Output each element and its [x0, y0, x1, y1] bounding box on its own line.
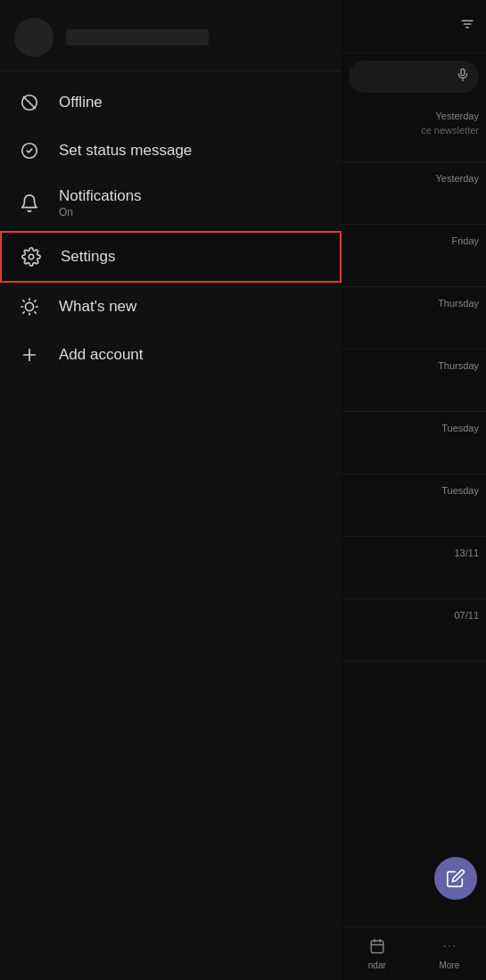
offline-label: Offline: [59, 94, 103, 111]
chat-date: Friday: [451, 235, 479, 246]
mic-icon[interactable]: [456, 68, 470, 86]
svg-line-23: [23, 312, 24, 313]
offline-icon: [18, 91, 41, 114]
svg-line-19: [23, 301, 24, 301]
svg-line-24: [35, 301, 36, 301]
svg-point-9: [444, 945, 446, 947]
chat-list: Yesterday ce newsletter Yesterday Friday…: [342, 100, 486, 980]
chat-date: Tuesday: [441, 423, 479, 433]
svg-point-16: [25, 302, 33, 310]
list-item[interactable]: 07/11: [342, 599, 486, 662]
list-item[interactable]: Thursday: [342, 350, 486, 412]
list-item[interactable]: 13/11: [342, 537, 486, 599]
svg-point-11: [453, 945, 455, 947]
list-item[interactable]: Yesterday: [342, 162, 486, 225]
settings-label: Settings: [61, 248, 115, 266]
chat-preview: ce newsletter: [421, 125, 479, 136]
filter-icon[interactable]: [459, 16, 475, 37]
menu-item-whats-new[interactable]: What's new: [0, 283, 342, 331]
more-icon: [441, 938, 457, 958]
list-item[interactable]: Tuesday: [342, 412, 486, 474]
bottom-nav: ndar More: [342, 926, 486, 980]
nav-label-more: More: [439, 960, 459, 970]
add-account-label: Add account: [59, 346, 144, 364]
chat-date: Thursday: [438, 298, 479, 309]
list-item[interactable]: Tuesday: [342, 474, 486, 537]
drawer-header: [0, 0, 342, 71]
chat-list-panel: Yesterday ce newsletter Yesterday Friday…: [342, 0, 486, 980]
nav-item-calendar[interactable]: ndar: [368, 938, 386, 970]
chat-date: 07/11: [454, 610, 479, 621]
search-bar[interactable]: [349, 61, 479, 93]
whats-new-label: What's new: [59, 298, 136, 316]
notifications-label: Notifications: [59, 187, 142, 205]
plus-icon: [18, 343, 41, 366]
svg-rect-3: [461, 69, 465, 75]
menu-item-notifications[interactable]: Notifications On: [0, 175, 342, 231]
chat-date: Thursday: [438, 360, 479, 371]
notifications-sublabel: On: [59, 206, 142, 218]
svg-rect-5: [371, 941, 383, 953]
list-item[interactable]: Friday: [342, 225, 486, 287]
svg-point-10: [449, 945, 450, 947]
menu-items: Offline Set status message: [0, 71, 342, 386]
svg-point-15: [29, 254, 34, 259]
gear-icon: [20, 245, 43, 268]
chat-date: Tuesday: [441, 485, 479, 496]
status-icon: [18, 139, 41, 162]
menu-item-settings[interactable]: Settings: [0, 231, 342, 283]
left-drawer: Offline Set status message: [0, 0, 342, 980]
user-name: [66, 29, 209, 45]
menu-item-add-account[interactable]: Add account: [0, 331, 342, 379]
svg-line-20: [35, 312, 36, 313]
nav-label-calendar: ndar: [368, 960, 386, 970]
chat-date: 13/11: [454, 548, 479, 558]
bulb-icon: [18, 295, 41, 318]
avatar: [14, 18, 54, 57]
chat-date: Yesterday: [435, 173, 479, 184]
svg-line-13: [24, 97, 36, 109]
nav-item-more[interactable]: More: [439, 938, 459, 970]
menu-item-set-status[interactable]: Set status message: [0, 127, 342, 175]
compose-button[interactable]: [434, 857, 477, 900]
chat-date: Yesterday: [435, 111, 479, 121]
right-panel-header: [342, 0, 486, 54]
calendar-icon: [369, 938, 385, 958]
menu-item-offline[interactable]: Offline: [0, 78, 342, 127]
set-status-label: Set status message: [59, 142, 192, 160]
list-item[interactable]: Yesterday ce newsletter: [342, 100, 486, 162]
bell-icon: [18, 192, 41, 215]
list-item[interactable]: Thursday: [342, 287, 486, 350]
